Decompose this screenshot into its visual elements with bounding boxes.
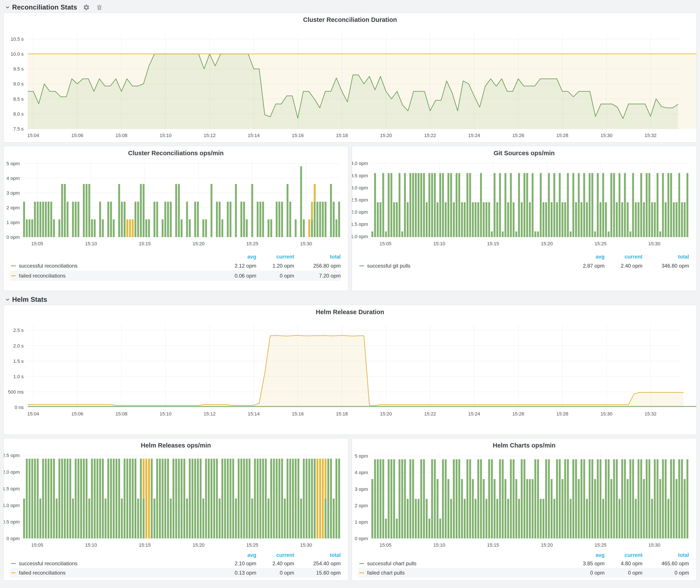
bar-green xyxy=(45,202,47,237)
legend-header-total[interactable]: total xyxy=(642,552,689,558)
x-axis-tick-label: 15:15 xyxy=(487,241,499,246)
bar-green xyxy=(262,459,264,538)
bar-green xyxy=(248,459,250,538)
legend-header-current[interactable]: current xyxy=(605,254,642,260)
bar-green xyxy=(393,202,395,237)
legend-current-value: 0 opm xyxy=(256,273,294,279)
legend-series-label[interactable]: failed chart pulls xyxy=(367,570,568,576)
bar-green xyxy=(453,459,455,538)
legend-header-total[interactable]: total xyxy=(642,254,689,260)
bar-green xyxy=(37,202,39,237)
bar-green xyxy=(72,202,74,237)
bar-orange xyxy=(325,459,327,499)
legend-total-value: 256.80 opm xyxy=(294,263,341,269)
chevron-down-icon xyxy=(5,297,10,302)
bar-green xyxy=(178,459,180,538)
bar-green xyxy=(670,459,672,538)
bar-green xyxy=(556,459,558,538)
bar-green xyxy=(303,459,305,538)
bar-green xyxy=(278,202,280,237)
x-axis-tick-label: 15:30 xyxy=(648,542,660,548)
bar-green xyxy=(499,459,501,538)
bar-green xyxy=(632,173,634,237)
legend-total-value: 465.60 opm xyxy=(642,561,689,567)
bar-green xyxy=(469,173,471,237)
bar-green xyxy=(94,219,96,237)
legend-series-label[interactable]: successful git pulls xyxy=(367,263,568,269)
bar-green xyxy=(67,459,69,538)
bar-green xyxy=(640,459,642,538)
series-area-orange xyxy=(28,335,684,407)
legend-header-current[interactable]: current xyxy=(256,552,294,558)
legend-series-label[interactable]: successful chart pulls xyxy=(367,561,568,567)
bar-green xyxy=(251,184,253,237)
legend-header-total[interactable]: total xyxy=(294,552,341,558)
gear-icon[interactable] xyxy=(83,4,90,11)
bar-green xyxy=(619,499,621,538)
x-axis-tick-label: 15:18 xyxy=(336,411,348,417)
chart-helm-release-duration[interactable]: 15:0415:0615:0815:1015:1215:1415:1615:18… xyxy=(4,305,696,435)
legend-avg-value: 0.06 opm xyxy=(219,273,256,279)
legend-header-avg[interactable]: avg xyxy=(568,552,605,558)
legend-series-label[interactable]: successful reconciliations xyxy=(19,263,219,269)
legend-header-row: avgcurrenttotal xyxy=(358,551,689,559)
bar-green xyxy=(235,184,237,237)
bar-green xyxy=(499,173,501,237)
bar-green xyxy=(306,459,308,538)
bar-green xyxy=(42,202,44,237)
x-axis-tick-label: 15:06 xyxy=(71,133,83,138)
bar-green xyxy=(173,459,174,538)
bar-green xyxy=(270,459,272,538)
bar-green xyxy=(589,173,591,237)
bar-green xyxy=(428,173,430,237)
bar-green xyxy=(567,173,569,237)
bar-green xyxy=(314,459,316,538)
bar-green xyxy=(600,202,602,237)
bar-green xyxy=(153,499,155,538)
legend-series-marker xyxy=(11,275,16,276)
section-header-helm-stats[interactable]: Helm Stats xyxy=(3,294,697,305)
bar-green xyxy=(243,459,245,538)
bar-green xyxy=(29,219,31,237)
bar-green xyxy=(681,459,683,538)
legend-series-label[interactable]: failed reconciliations xyxy=(19,273,219,279)
bar-green xyxy=(529,202,531,237)
legend-row: failed chart pulls0 opm0 opm0 opm xyxy=(358,568,689,577)
bar-green xyxy=(624,459,626,538)
legend-series-marker xyxy=(359,563,364,564)
bar-green xyxy=(434,173,436,237)
bar-green xyxy=(570,499,572,538)
x-axis-tick-label: 15:05 xyxy=(31,542,43,548)
bar-green xyxy=(591,459,593,538)
y-axis-tick-label: 1.0 s xyxy=(13,374,24,379)
trash-icon[interactable] xyxy=(96,4,103,11)
bar-green xyxy=(480,459,482,538)
bar-green xyxy=(407,499,409,538)
y-axis-tick-label: 3.5 opm xyxy=(352,173,368,178)
bar-green xyxy=(629,231,631,237)
x-axis-tick-label: 15:22 xyxy=(424,133,436,138)
bar-green xyxy=(270,219,272,237)
bar-green xyxy=(314,202,316,237)
bar-green xyxy=(124,202,126,237)
bar-green xyxy=(42,459,44,538)
legend-header-avg[interactable]: avg xyxy=(568,254,605,260)
legend-header-current[interactable]: current xyxy=(256,254,294,260)
legend-series-label[interactable]: successful reconciliations xyxy=(19,561,219,567)
bar-green xyxy=(654,459,656,538)
legend-header-total[interactable]: total xyxy=(294,254,341,260)
bar-green xyxy=(105,499,106,538)
section-header-reconciliation-stats[interactable]: Reconciliation Stats xyxy=(3,2,697,13)
bar-green xyxy=(388,459,390,538)
legend-series-label[interactable]: failed reconciliations xyxy=(19,570,219,576)
panel-helm-releases-opm: Helm Releases ops/min 15:0515:1015:1515:… xyxy=(3,438,348,581)
bar-green xyxy=(88,184,90,237)
y-axis-tick-label: 2.0 opm xyxy=(352,209,368,215)
chart-cluster-reconciliation-duration[interactable]: 15:0415:0615:0815:1015:1215:1415:1615:18… xyxy=(4,13,696,142)
bar-green xyxy=(491,231,493,237)
legend-header-current[interactable]: current xyxy=(605,552,642,558)
bar-green xyxy=(186,499,188,538)
legend-header-avg[interactable]: avg xyxy=(219,552,256,558)
bar-green xyxy=(97,459,98,538)
legend-header-avg[interactable]: avg xyxy=(219,254,256,260)
